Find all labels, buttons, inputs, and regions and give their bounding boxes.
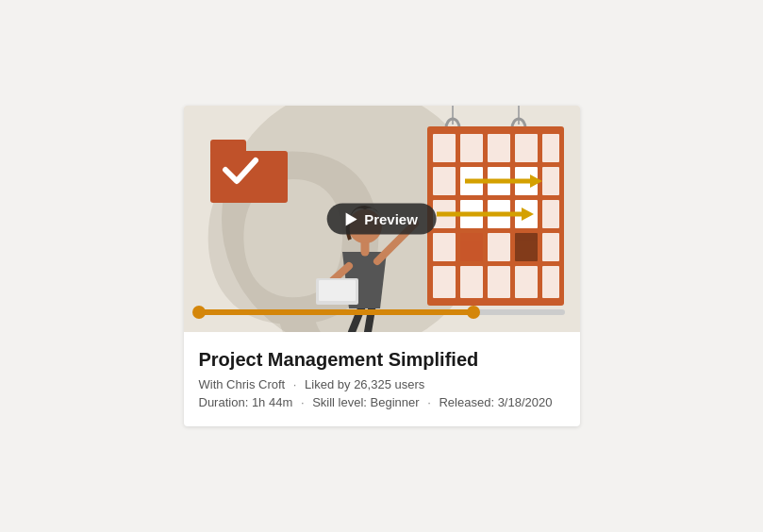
progress-start-dot (192, 306, 206, 319)
progress-bar-fill (199, 309, 473, 315)
duration-value: 1h 44m (252, 395, 292, 409)
svg-rect-29 (433, 233, 456, 261)
meta-line-2: Duration: 1h 44m · Skill level: Beginner… (199, 395, 565, 409)
released-label: Released: (439, 395, 494, 409)
svg-rect-36 (488, 266, 510, 298)
play-icon (345, 212, 357, 225)
course-title: Project Management Simplified (199, 347, 565, 372)
dot-separator-1: · (293, 377, 297, 391)
progress-end-dot (467, 306, 480, 319)
progress-bar-container (199, 309, 565, 315)
dot-separator-2: · (301, 395, 305, 409)
svg-rect-26 (542, 200, 559, 228)
card-info: Project Management Simplified With Chris… (184, 332, 580, 426)
dot-separator-3: · (427, 395, 431, 409)
svg-rect-33 (542, 233, 559, 261)
preview-button[interactable]: Preview (326, 204, 437, 235)
skill-value: Beginner (371, 395, 420, 409)
meta-line-1: With Chris Croft · Liked by 26,325 users (199, 377, 565, 391)
svg-rect-30 (460, 233, 483, 261)
svg-rect-34 (433, 266, 456, 298)
svg-rect-37 (515, 266, 538, 298)
svg-rect-11 (460, 134, 483, 162)
preview-button-label: Preview (364, 211, 418, 227)
svg-rect-12 (488, 134, 510, 162)
author-name: With Chris Croft (199, 377, 286, 391)
svg-rect-15 (433, 167, 456, 195)
skill-label: Skill level: (312, 395, 367, 409)
svg-rect-31 (488, 233, 510, 261)
released-value: 3/18/2020 (498, 395, 553, 409)
svg-rect-13 (515, 134, 538, 162)
svg-rect-4 (210, 140, 246, 155)
svg-rect-38 (542, 266, 559, 298)
svg-rect-44 (319, 280, 356, 301)
svg-rect-35 (460, 266, 483, 298)
duration-label: Duration: (199, 395, 249, 409)
svg-rect-19 (542, 167, 559, 195)
svg-rect-14 (542, 134, 559, 162)
thumbnail[interactable]: Q (184, 106, 580, 332)
course-card: Q (184, 106, 580, 426)
svg-rect-32 (515, 233, 538, 261)
svg-rect-10 (433, 134, 456, 162)
svg-rect-3 (210, 151, 288, 203)
likes-count: Liked by 26,325 users (305, 377, 424, 391)
